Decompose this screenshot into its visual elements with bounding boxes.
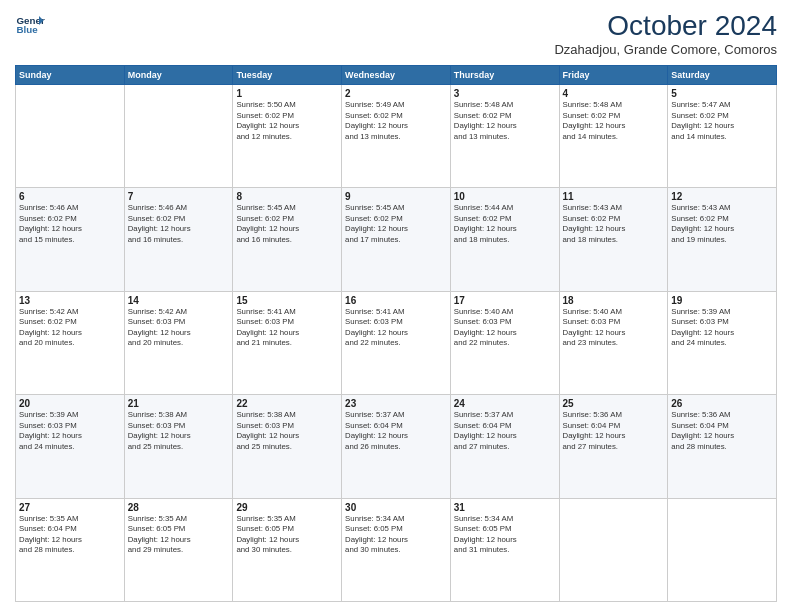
day-number: 18 [563,295,665,306]
day-info: Sunrise: 5:37 AM Sunset: 6:04 PM Dayligh… [345,410,447,452]
day-info: Sunrise: 5:39 AM Sunset: 6:03 PM Dayligh… [19,410,121,452]
day-info: Sunrise: 5:42 AM Sunset: 6:03 PM Dayligh… [128,307,230,349]
day-number: 31 [454,502,556,513]
calendar-week-row: 20Sunrise: 5:39 AM Sunset: 6:03 PM Dayli… [16,395,777,498]
day-info: Sunrise: 5:39 AM Sunset: 6:03 PM Dayligh… [671,307,773,349]
day-number: 3 [454,88,556,99]
calendar-week-row: 27Sunrise: 5:35 AM Sunset: 6:04 PM Dayli… [16,498,777,601]
day-info: Sunrise: 5:36 AM Sunset: 6:04 PM Dayligh… [563,410,665,452]
day-info: Sunrise: 5:46 AM Sunset: 6:02 PM Dayligh… [128,203,230,245]
day-number: 12 [671,191,773,202]
calendar-cell: 27Sunrise: 5:35 AM Sunset: 6:04 PM Dayli… [16,498,125,601]
calendar-cell: 14Sunrise: 5:42 AM Sunset: 6:03 PM Dayli… [124,291,233,394]
day-number: 26 [671,398,773,409]
page: General Blue October 2024 Dzahadjou, Gra… [0,0,792,612]
day-number: 11 [563,191,665,202]
day-info: Sunrise: 5:38 AM Sunset: 6:03 PM Dayligh… [236,410,338,452]
day-number: 7 [128,191,230,202]
day-number: 5 [671,88,773,99]
day-info: Sunrise: 5:45 AM Sunset: 6:02 PM Dayligh… [236,203,338,245]
day-number: 2 [345,88,447,99]
calendar-cell: 15Sunrise: 5:41 AM Sunset: 6:03 PM Dayli… [233,291,342,394]
calendar-cell: 13Sunrise: 5:42 AM Sunset: 6:02 PM Dayli… [16,291,125,394]
logo: General Blue [15,10,45,40]
day-info: Sunrise: 5:49 AM Sunset: 6:02 PM Dayligh… [345,100,447,142]
day-info: Sunrise: 5:50 AM Sunset: 6:02 PM Dayligh… [236,100,338,142]
day-info: Sunrise: 5:34 AM Sunset: 6:05 PM Dayligh… [345,514,447,556]
calendar-cell: 19Sunrise: 5:39 AM Sunset: 6:03 PM Dayli… [668,291,777,394]
calendar-body: 1Sunrise: 5:50 AM Sunset: 6:02 PM Daylig… [16,85,777,602]
day-info: Sunrise: 5:48 AM Sunset: 6:02 PM Dayligh… [454,100,556,142]
day-number: 10 [454,191,556,202]
calendar-cell: 2Sunrise: 5:49 AM Sunset: 6:02 PM Daylig… [342,85,451,188]
calendar-cell: 16Sunrise: 5:41 AM Sunset: 6:03 PM Dayli… [342,291,451,394]
day-number: 13 [19,295,121,306]
day-number: 23 [345,398,447,409]
day-info: Sunrise: 5:35 AM Sunset: 6:04 PM Dayligh… [19,514,121,556]
day-number: 14 [128,295,230,306]
calendar-cell: 11Sunrise: 5:43 AM Sunset: 6:02 PM Dayli… [559,188,668,291]
calendar-cell: 1Sunrise: 5:50 AM Sunset: 6:02 PM Daylig… [233,85,342,188]
day-number: 6 [19,191,121,202]
calendar-cell: 31Sunrise: 5:34 AM Sunset: 6:05 PM Dayli… [450,498,559,601]
day-number: 15 [236,295,338,306]
location: Dzahadjou, Grande Comore, Comoros [554,42,777,57]
calendar-cell: 5Sunrise: 5:47 AM Sunset: 6:02 PM Daylig… [668,85,777,188]
calendar: SundayMondayTuesdayWednesdayThursdayFrid… [15,65,777,602]
day-number: 24 [454,398,556,409]
calendar-header: SundayMondayTuesdayWednesdayThursdayFrid… [16,66,777,85]
day-number: 16 [345,295,447,306]
calendar-cell: 28Sunrise: 5:35 AM Sunset: 6:05 PM Dayli… [124,498,233,601]
day-info: Sunrise: 5:43 AM Sunset: 6:02 PM Dayligh… [563,203,665,245]
day-info: Sunrise: 5:36 AM Sunset: 6:04 PM Dayligh… [671,410,773,452]
calendar-cell: 26Sunrise: 5:36 AM Sunset: 6:04 PM Dayli… [668,395,777,498]
day-info: Sunrise: 5:48 AM Sunset: 6:02 PM Dayligh… [563,100,665,142]
day-info: Sunrise: 5:47 AM Sunset: 6:02 PM Dayligh… [671,100,773,142]
day-info: Sunrise: 5:41 AM Sunset: 6:03 PM Dayligh… [345,307,447,349]
calendar-cell: 30Sunrise: 5:34 AM Sunset: 6:05 PM Dayli… [342,498,451,601]
day-of-week-header: Thursday [450,66,559,85]
day-number: 29 [236,502,338,513]
day-info: Sunrise: 5:42 AM Sunset: 6:02 PM Dayligh… [19,307,121,349]
day-of-week-header: Monday [124,66,233,85]
day-number: 30 [345,502,447,513]
day-info: Sunrise: 5:40 AM Sunset: 6:03 PM Dayligh… [454,307,556,349]
day-number: 9 [345,191,447,202]
day-number: 27 [19,502,121,513]
day-info: Sunrise: 5:38 AM Sunset: 6:03 PM Dayligh… [128,410,230,452]
day-info: Sunrise: 5:34 AM Sunset: 6:05 PM Dayligh… [454,514,556,556]
calendar-cell: 29Sunrise: 5:35 AM Sunset: 6:05 PM Dayli… [233,498,342,601]
calendar-cell: 17Sunrise: 5:40 AM Sunset: 6:03 PM Dayli… [450,291,559,394]
month-title: October 2024 [554,10,777,42]
calendar-cell: 25Sunrise: 5:36 AM Sunset: 6:04 PM Dayli… [559,395,668,498]
calendar-cell [16,85,125,188]
day-of-week-header: Saturday [668,66,777,85]
calendar-week-row: 1Sunrise: 5:50 AM Sunset: 6:02 PM Daylig… [16,85,777,188]
calendar-cell: 18Sunrise: 5:40 AM Sunset: 6:03 PM Dayli… [559,291,668,394]
calendar-cell: 4Sunrise: 5:48 AM Sunset: 6:02 PM Daylig… [559,85,668,188]
calendar-cell [124,85,233,188]
day-of-week-header: Tuesday [233,66,342,85]
calendar-cell: 3Sunrise: 5:48 AM Sunset: 6:02 PM Daylig… [450,85,559,188]
calendar-cell: 10Sunrise: 5:44 AM Sunset: 6:02 PM Dayli… [450,188,559,291]
calendar-week-row: 13Sunrise: 5:42 AM Sunset: 6:02 PM Dayli… [16,291,777,394]
calendar-cell: 20Sunrise: 5:39 AM Sunset: 6:03 PM Dayli… [16,395,125,498]
calendar-cell [559,498,668,601]
header: General Blue October 2024 Dzahadjou, Gra… [15,10,777,57]
day-of-week-header: Friday [559,66,668,85]
day-number: 4 [563,88,665,99]
day-info: Sunrise: 5:41 AM Sunset: 6:03 PM Dayligh… [236,307,338,349]
calendar-cell: 24Sunrise: 5:37 AM Sunset: 6:04 PM Dayli… [450,395,559,498]
calendar-cell: 7Sunrise: 5:46 AM Sunset: 6:02 PM Daylig… [124,188,233,291]
day-number: 19 [671,295,773,306]
calendar-cell: 8Sunrise: 5:45 AM Sunset: 6:02 PM Daylig… [233,188,342,291]
day-info: Sunrise: 5:40 AM Sunset: 6:03 PM Dayligh… [563,307,665,349]
day-info: Sunrise: 5:45 AM Sunset: 6:02 PM Dayligh… [345,203,447,245]
day-number: 21 [128,398,230,409]
calendar-cell: 22Sunrise: 5:38 AM Sunset: 6:03 PM Dayli… [233,395,342,498]
day-number: 17 [454,295,556,306]
day-info: Sunrise: 5:44 AM Sunset: 6:02 PM Dayligh… [454,203,556,245]
day-number: 22 [236,398,338,409]
day-info: Sunrise: 5:35 AM Sunset: 6:05 PM Dayligh… [236,514,338,556]
logo-icon: General Blue [15,10,45,40]
